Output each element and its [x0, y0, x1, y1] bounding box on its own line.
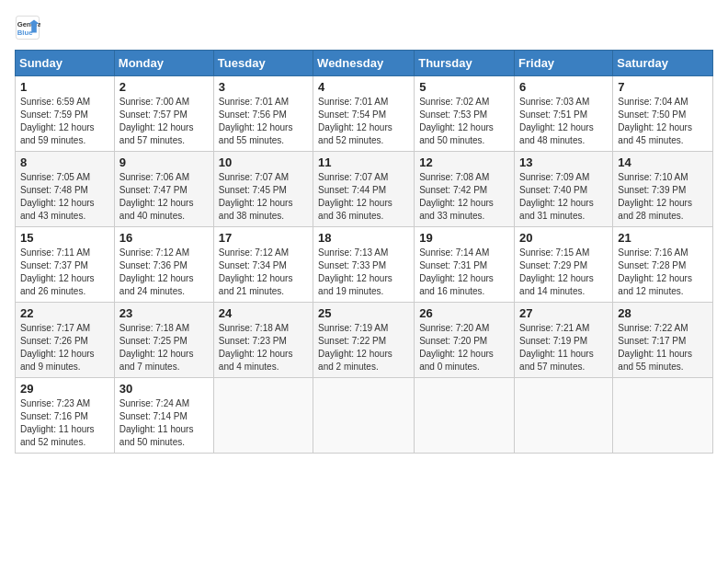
day-number: 1	[20, 80, 109, 94]
day-number: 22	[20, 306, 109, 320]
day-info: Sunrise: 7:16 AMSunset: 7:28 PMDaylight:…	[618, 247, 692, 296]
calendar-cell: 16 Sunrise: 7:12 AMSunset: 7:36 PMDaylig…	[114, 227, 213, 303]
day-number: 29	[20, 382, 109, 396]
calendar-cell: 6 Sunrise: 7:03 AMSunset: 7:51 PMDayligh…	[515, 76, 613, 152]
header-monday: Monday	[114, 51, 213, 76]
day-number: 5	[419, 80, 509, 94]
header-friday: Friday	[515, 51, 613, 76]
header-sunday: Sunday	[16, 51, 115, 76]
calendar-cell: 15 Sunrise: 7:11 AMSunset: 7:37 PMDaylig…	[16, 227, 115, 303]
day-info: Sunrise: 7:04 AMSunset: 7:50 PMDaylight:…	[618, 97, 692, 145]
header-tuesday: Tuesday	[213, 51, 313, 76]
day-number: 12	[419, 155, 509, 169]
calendar-cell: 20 Sunrise: 7:15 AMSunset: 7:29 PMDaylig…	[515, 227, 613, 303]
day-number: 2	[119, 80, 209, 94]
calendar-cell: 26 Sunrise: 7:20 AMSunset: 7:20 PMDaylig…	[415, 303, 515, 378]
day-info: Sunrise: 7:24 AMSunset: 7:14 PMDaylight:…	[119, 398, 194, 447]
calendar-table: Sunday Monday Tuesday Wednesday Thursday…	[15, 50, 713, 454]
day-number: 7	[618, 80, 708, 94]
day-number: 16	[119, 231, 209, 245]
day-number: 8	[20, 155, 109, 169]
day-info: Sunrise: 7:20 AMSunset: 7:20 PMDaylight:…	[419, 323, 494, 372]
day-info: Sunrise: 7:10 AMSunset: 7:39 PMDaylight:…	[618, 172, 692, 221]
header-row: Sunday Monday Tuesday Wednesday Thursday…	[16, 51, 713, 76]
day-info: Sunrise: 7:01 AMSunset: 7:54 PMDaylight:…	[318, 97, 392, 145]
day-number: 20	[519, 231, 608, 245]
calendar-cell: 9 Sunrise: 7:06 AMSunset: 7:47 PMDayligh…	[114, 152, 213, 227]
header-saturday: Saturday	[613, 51, 713, 76]
day-info: Sunrise: 7:22 AMSunset: 7:17 PMDaylight:…	[618, 323, 692, 372]
calendar-week-5: 29 Sunrise: 7:23 AMSunset: 7:16 PMDaylig…	[16, 378, 713, 454]
day-info: Sunrise: 7:12 AMSunset: 7:34 PMDaylight:…	[219, 247, 293, 296]
day-number: 24	[219, 306, 308, 320]
day-number: 11	[318, 155, 409, 169]
calendar-cell: 7 Sunrise: 7:04 AMSunset: 7:50 PMDayligh…	[613, 76, 713, 152]
day-info: Sunrise: 7:11 AMSunset: 7:37 PMDaylight:…	[20, 247, 95, 296]
calendar-week-2: 8 Sunrise: 7:05 AMSunset: 7:48 PMDayligh…	[16, 152, 713, 227]
day-info: Sunrise: 7:06 AMSunset: 7:47 PMDaylight:…	[119, 172, 194, 221]
day-number: 10	[219, 155, 308, 169]
calendar-cell	[515, 378, 613, 454]
calendar-cell: 8 Sunrise: 7:05 AMSunset: 7:48 PMDayligh…	[16, 152, 115, 227]
day-number: 3	[219, 80, 308, 94]
calendar-cell: 27 Sunrise: 7:21 AMSunset: 7:19 PMDaylig…	[515, 303, 613, 378]
calendar-cell: 12 Sunrise: 7:08 AMSunset: 7:42 PMDaylig…	[415, 152, 515, 227]
day-info: Sunrise: 7:18 AMSunset: 7:25 PMDaylight:…	[119, 323, 194, 372]
day-number: 26	[419, 306, 509, 320]
logo: General Blue	[15, 15, 44, 40]
day-number: 13	[519, 155, 608, 169]
svg-text:Blue: Blue	[17, 29, 33, 37]
calendar-cell: 28 Sunrise: 7:22 AMSunset: 7:17 PMDaylig…	[613, 303, 713, 378]
calendar-cell: 10 Sunrise: 7:07 AMSunset: 7:45 PMDaylig…	[213, 152, 313, 227]
calendar-cell: 24 Sunrise: 7:18 AMSunset: 7:23 PMDaylig…	[213, 303, 313, 378]
day-number: 30	[119, 382, 209, 396]
calendar-cell: 23 Sunrise: 7:18 AMSunset: 7:25 PMDaylig…	[114, 303, 213, 378]
day-number: 17	[219, 231, 308, 245]
day-info: Sunrise: 7:17 AMSunset: 7:26 PMDaylight:…	[20, 323, 95, 372]
calendar-cell: 17 Sunrise: 7:12 AMSunset: 7:34 PMDaylig…	[213, 227, 313, 303]
calendar-cell: 18 Sunrise: 7:13 AMSunset: 7:33 PMDaylig…	[313, 227, 415, 303]
calendar-cell: 2 Sunrise: 7:00 AMSunset: 7:57 PMDayligh…	[114, 76, 213, 152]
day-info: Sunrise: 7:03 AMSunset: 7:51 PMDaylight:…	[519, 97, 594, 145]
calendar-week-3: 15 Sunrise: 7:11 AMSunset: 7:37 PMDaylig…	[16, 227, 713, 303]
calendar-cell	[213, 378, 313, 454]
page-header: General Blue	[15, 15, 713, 40]
calendar-cell	[313, 378, 415, 454]
calendar-cell	[415, 378, 515, 454]
day-info: Sunrise: 7:19 AMSunset: 7:22 PMDaylight:…	[318, 323, 392, 372]
day-info: Sunrise: 7:05 AMSunset: 7:48 PMDaylight:…	[20, 172, 95, 221]
day-info: Sunrise: 7:07 AMSunset: 7:45 PMDaylight:…	[219, 172, 293, 221]
calendar-cell: 29 Sunrise: 7:23 AMSunset: 7:16 PMDaylig…	[16, 378, 115, 454]
svg-text:General: General	[17, 20, 40, 29]
day-info: Sunrise: 7:02 AMSunset: 7:53 PMDaylight:…	[419, 97, 494, 145]
day-number: 19	[419, 231, 509, 245]
logo-icon: General Blue	[15, 15, 40, 40]
day-info: Sunrise: 7:12 AMSunset: 7:36 PMDaylight:…	[119, 247, 194, 296]
day-info: Sunrise: 7:23 AMSunset: 7:16 PMDaylight:…	[20, 398, 95, 447]
calendar-cell	[613, 378, 713, 454]
day-info: Sunrise: 7:15 AMSunset: 7:29 PMDaylight:…	[519, 247, 594, 296]
day-info: Sunrise: 7:18 AMSunset: 7:23 PMDaylight:…	[219, 323, 293, 372]
day-info: Sunrise: 7:00 AMSunset: 7:57 PMDaylight:…	[119, 97, 194, 145]
day-number: 18	[318, 231, 409, 245]
header-thursday: Thursday	[415, 51, 515, 76]
calendar-cell: 3 Sunrise: 7:01 AMSunset: 7:56 PMDayligh…	[213, 76, 313, 152]
calendar-cell: 22 Sunrise: 7:17 AMSunset: 7:26 PMDaylig…	[16, 303, 115, 378]
calendar-cell: 13 Sunrise: 7:09 AMSunset: 7:40 PMDaylig…	[515, 152, 613, 227]
day-number: 23	[119, 306, 209, 320]
day-number: 15	[20, 231, 109, 245]
day-info: Sunrise: 7:01 AMSunset: 7:56 PMDaylight:…	[219, 97, 293, 145]
day-number: 14	[618, 155, 708, 169]
calendar-cell: 14 Sunrise: 7:10 AMSunset: 7:39 PMDaylig…	[613, 152, 713, 227]
calendar-cell: 5 Sunrise: 7:02 AMSunset: 7:53 PMDayligh…	[415, 76, 515, 152]
day-number: 6	[519, 80, 608, 94]
calendar-cell: 4 Sunrise: 7:01 AMSunset: 7:54 PMDayligh…	[313, 76, 415, 152]
day-info: Sunrise: 7:14 AMSunset: 7:31 PMDaylight:…	[419, 247, 494, 296]
calendar-cell: 25 Sunrise: 7:19 AMSunset: 7:22 PMDaylig…	[313, 303, 415, 378]
header-wednesday: Wednesday	[313, 51, 415, 76]
day-number: 25	[318, 306, 409, 320]
day-info: Sunrise: 7:09 AMSunset: 7:40 PMDaylight:…	[519, 172, 594, 221]
calendar-cell: 11 Sunrise: 7:07 AMSunset: 7:44 PMDaylig…	[313, 152, 415, 227]
calendar-cell: 21 Sunrise: 7:16 AMSunset: 7:28 PMDaylig…	[613, 227, 713, 303]
calendar-week-4: 22 Sunrise: 7:17 AMSunset: 7:26 PMDaylig…	[16, 303, 713, 378]
